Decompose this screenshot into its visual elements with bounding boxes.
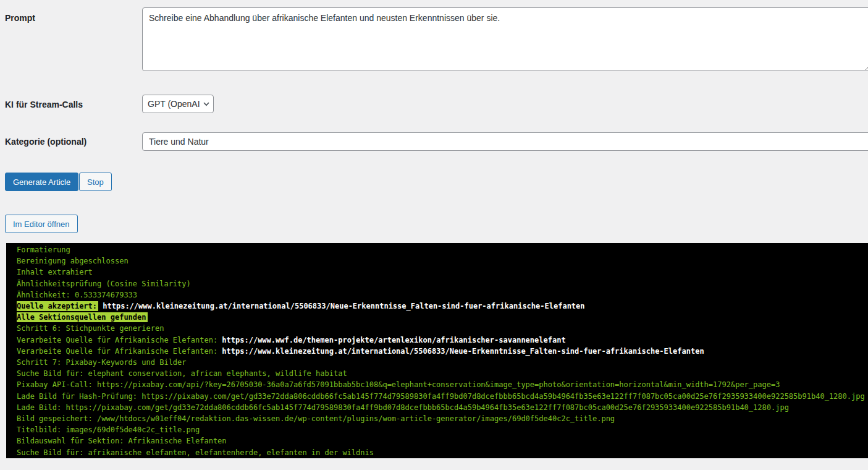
prompt-textarea[interactable]: Schreibe eine Abhandlung über afrikanisc… — [142, 7, 868, 71]
console-segment: Titelbild: images/69d0f5de40c2c_title.pn… — [17, 425, 200, 434]
console-line: Lade Bild: https://pixabay.com/get/gd33e… — [17, 402, 863, 413]
console-line: Schritt 6: Stichpunkte generieren — [17, 323, 863, 334]
ai-model-label: KI für Stream-Calls — [5, 99, 83, 110]
console-segment: Schritt 7: Pixabay-Keywords und Bilder — [17, 358, 187, 367]
console-segment: Bereinigung abgeschlossen — [17, 257, 129, 265]
console-segment: Lade Bild: https://pixabay.com/get/gd33e… — [17, 403, 789, 412]
category-label: Kategorie (optional) — [5, 136, 86, 147]
console-segment: Alle Sektionsquellen gefunden — [17, 312, 148, 322]
console-line: Bildauswahl für Sektion: Afrikanische El… — [17, 435, 863, 446]
generate-article-button[interactable]: Generate Article — [5, 173, 78, 191]
console-segment: https://www.kleinezeitung.at/internation… — [98, 302, 584, 310]
console-line: Verarbeite Quelle für Afrikanische Elefa… — [17, 346, 863, 357]
console-segment: Schritt 6: Stichpunkte generieren — [17, 324, 164, 333]
console-segment: https://www.wwf.de/themen-projekte/arten… — [222, 336, 565, 344]
console-log[interactable]: FormatierungBereinigung abgeschlossenInh… — [6, 243, 868, 458]
console-line: Pixabay API-Call: https://pixabay.com/ap… — [17, 379, 863, 390]
console-line: Titelbild: images/69d0f5de40c2c_title.pn… — [17, 424, 863, 435]
console-segment: https://www.kleinezeitung.at/internation… — [222, 347, 704, 356]
console-line: Verarbeite Quelle für Afrikanische Elefa… — [17, 335, 863, 346]
console-line: Lade Bild für Hash-Prüfung: https://pixa… — [17, 391, 863, 402]
ai-model-select-wrap: GPT (OpenAI) — [142, 95, 214, 113]
console-segment: Inhalt extrahiert — [17, 268, 93, 276]
console-segment: Ähnlichkeit: 0.533374679333 — [17, 291, 137, 299]
category-input[interactable] — [142, 132, 868, 151]
console-line: Ähnlichkeitsprüfung (Cosine Similarity) — [17, 278, 863, 289]
console-segment: Suche Bild für: elephant conservation, a… — [17, 369, 347, 378]
console-segment: Suche Bild für: afrikanische elefanten, … — [17, 448, 374, 457]
console-segment: Pixabay API-Call: https://pixabay.com/ap… — [17, 380, 780, 389]
console-segment: Formatierung — [17, 246, 70, 254]
ai-model-select[interactable]: GPT (OpenAI) — [142, 95, 214, 113]
console-line: Bild gespeichert: /www/htdocs/w01eff04/r… — [17, 413, 863, 424]
stop-button[interactable]: Stop — [79, 173, 112, 191]
console-segment: Verarbeite Quelle für Afrikanische Elefa… — [17, 347, 222, 356]
console-line: Alle Sektionsquellen gefunden — [17, 312, 863, 323]
console-line: Ähnlichkeit: 0.533374679333 — [17, 289, 863, 301]
console-line: Schritt 7: Pixabay-Keywords und Bilder — [17, 357, 863, 368]
console-line: Suche Bild für: afrikanische elefanten, … — [17, 447, 863, 458]
console-segment: Quelle akzeptiert: — [17, 301, 98, 311]
console-line: Inhalt extrahiert — [17, 267, 863, 278]
console-segment: Bild gespeichert: /www/htdocs/w01eff04/r… — [17, 414, 615, 423]
console-line: Formatierung — [17, 244, 863, 255]
console-segment: Verarbeite Quelle für Afrikanische Elefa… — [17, 336, 222, 344]
prompt-label: Prompt — [5, 12, 35, 24]
console-segment: Lade Bild für Hash-Prüfung: https://pixa… — [17, 392, 865, 401]
console-line: Bereinigung abgeschlossen — [17, 255, 863, 267]
console-line: Quelle akzeptiert: https://www.kleinezei… — [17, 301, 863, 312]
open-in-editor-button[interactable]: Im Editor öffnen — [5, 215, 78, 233]
console-segment: Bildauswahl für Sektion: Afrikanische El… — [17, 437, 227, 445]
article-generator-page: Prompt Schreibe eine Abhandlung über afr… — [0, 0, 868, 470]
console-line: Suche Bild für: elephant conservation, a… — [17, 368, 863, 379]
console-segment: Ähnlichkeitsprüfung (Cosine Similarity) — [17, 280, 191, 288]
